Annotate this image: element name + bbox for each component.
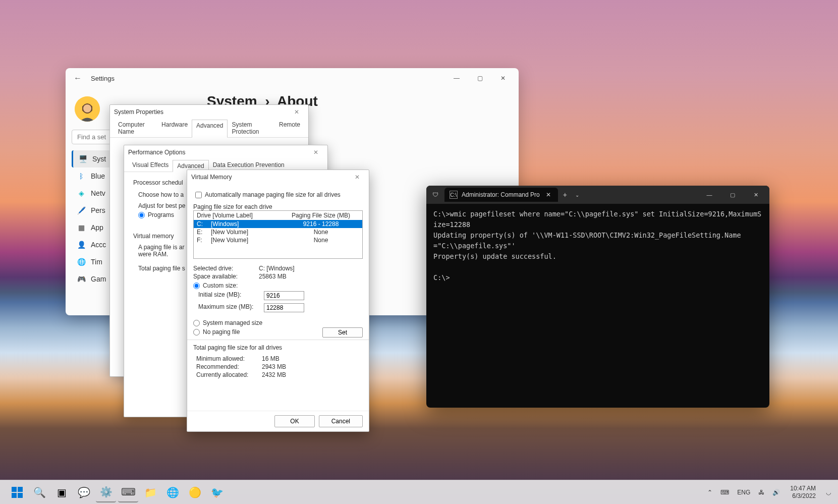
- tab-visual-effects[interactable]: Visual Effects: [128, 159, 173, 172]
- ok-button[interactable]: OK: [274, 415, 314, 427]
- close-icon[interactable]: ✕: [308, 149, 323, 156]
- app-icon[interactable]: 🐦: [207, 482, 227, 502]
- cancel-button[interactable]: Cancel: [319, 415, 363, 427]
- cmd-icon: C:\: [450, 191, 458, 199]
- max-size-input[interactable]: [264, 303, 304, 312]
- maximize-button[interactable]: ▢: [468, 70, 491, 86]
- network-icon[interactable]: 🖧: [757, 487, 765, 498]
- close-button[interactable]: ✕: [491, 70, 515, 86]
- settings-icon[interactable]: ⚙️: [96, 482, 116, 502]
- apps-icon: ▦: [77, 223, 86, 232]
- new-tab-button[interactable]: +: [558, 191, 572, 199]
- notifications-icon[interactable]: ◡: [825, 487, 832, 498]
- maximize-button[interactable]: ▢: [721, 187, 744, 202]
- wifi-icon: ◈: [77, 189, 86, 198]
- terminal-titlebar: 🛡 C:\ Administrator: Command Pro ✕ + ⌄ —…: [426, 186, 769, 204]
- edge-canary-icon[interactable]: 🟡: [185, 482, 205, 502]
- task-view-button[interactable]: ▣: [51, 482, 72, 502]
- svg-rect-3: [18, 487, 23, 492]
- sysprops-tabs: Computer Name Hardware Advanced System P…: [110, 119, 308, 138]
- initial-size-input[interactable]: [264, 291, 304, 300]
- volume-icon[interactable]: 🔊: [771, 487, 781, 498]
- settings-titlebar: ← Settings — ▢ ✕: [66, 68, 519, 88]
- drive-row-f[interactable]: F:[New Volume]None: [194, 236, 362, 244]
- svg-point-1: [83, 104, 91, 113]
- tab-remote[interactable]: Remote: [275, 119, 304, 137]
- tab-hardware[interactable]: Hardware: [157, 119, 192, 137]
- tab-close-icon[interactable]: ✕: [544, 191, 553, 198]
- drive-list: Drive [Volume Label] Paging File Size (M…: [193, 210, 363, 259]
- clock[interactable]: 10:47 AM 6/3/2022: [787, 485, 819, 499]
- back-button[interactable]: ←: [70, 70, 86, 86]
- vmem-title: Virtual Memory: [191, 174, 232, 181]
- totals-title: Total paging file size for all drives: [193, 344, 363, 351]
- sysprops-title: System Properties: [114, 108, 163, 116]
- svg-rect-4: [12, 493, 17, 498]
- shield-icon: 🛡: [428, 191, 442, 198]
- brush-icon: 🖊️: [77, 206, 86, 215]
- gaming-icon: 🎮: [77, 274, 86, 284]
- tab-advanced[interactable]: Advanced: [192, 120, 228, 138]
- avatar: [75, 96, 100, 122]
- drive-row-e[interactable]: E:[New Volume]None: [194, 228, 362, 236]
- close-icon[interactable]: ✕: [350, 174, 365, 181]
- language-indicator[interactable]: ENG: [736, 487, 751, 498]
- search-button[interactable]: 🔍: [29, 482, 49, 502]
- terminal-window: 🛡 C:\ Administrator: Command Pro ✕ + ⌄ —…: [426, 186, 769, 408]
- clock-icon: 🌐: [77, 257, 86, 266]
- minimize-button[interactable]: —: [698, 187, 721, 202]
- custom-size-radio[interactable]: [193, 283, 200, 289]
- tab-dropdown-icon[interactable]: ⌄: [572, 192, 582, 198]
- paging-each-label: Paging file size for each drive: [193, 203, 363, 210]
- chat-icon[interactable]: 💬: [74, 482, 94, 502]
- close-icon[interactable]: ✕: [289, 108, 304, 116]
- start-button[interactable]: [7, 482, 27, 502]
- settings-title: Settings: [91, 75, 115, 82]
- virtual-memory-dialog: Virtual Memory✕ Automatically manage pag…: [187, 170, 369, 432]
- minimize-button[interactable]: —: [445, 70, 468, 86]
- perfopts-title: Performance Options: [128, 149, 185, 156]
- taskbar: 🔍 ▣ 💬 ⚙️ ⌨ 📁 🌐 🟡 🐦 ⌃ ⌨ ENG 🖧 🔊 10:47 AM …: [0, 480, 838, 504]
- no-paging-radio[interactable]: [193, 329, 200, 335]
- terminal-tab[interactable]: C:\ Administrator: Command Pro ✕: [444, 188, 558, 202]
- terminal-icon[interactable]: ⌨: [118, 482, 138, 502]
- programs-radio[interactable]: [138, 212, 145, 218]
- terminal-output[interactable]: C:\>wmic pagefileset where name="C:\\pag…: [426, 204, 769, 408]
- close-button[interactable]: ✕: [744, 187, 767, 202]
- auto-manage-checkbox[interactable]: [195, 192, 202, 198]
- system-tray: ⌃ ⌨ ENG 🖧 🔊 10:47 AM 6/3/2022 ◡: [706, 485, 832, 499]
- edge-icon[interactable]: 🌐: [162, 482, 183, 502]
- display-icon: 🖥️: [78, 154, 87, 163]
- person-icon: 👤: [77, 240, 86, 249]
- keyboard-icon[interactable]: ⌨: [719, 487, 730, 498]
- tray-chevron-icon[interactable]: ⌃: [706, 487, 713, 498]
- drive-row-c[interactable]: C:[Windows]9216 - 12288: [194, 220, 362, 228]
- tab-computer-name[interactable]: Computer Name: [114, 119, 157, 137]
- svg-rect-2: [12, 487, 17, 492]
- svg-rect-5: [18, 493, 23, 498]
- tab-system-protection[interactable]: System Protection: [228, 119, 275, 137]
- set-button[interactable]: Set: [322, 327, 363, 338]
- bluetooth-icon: ᛒ: [77, 172, 86, 181]
- system-managed-radio[interactable]: [193, 320, 200, 326]
- file-explorer-icon[interactable]: 📁: [140, 482, 160, 502]
